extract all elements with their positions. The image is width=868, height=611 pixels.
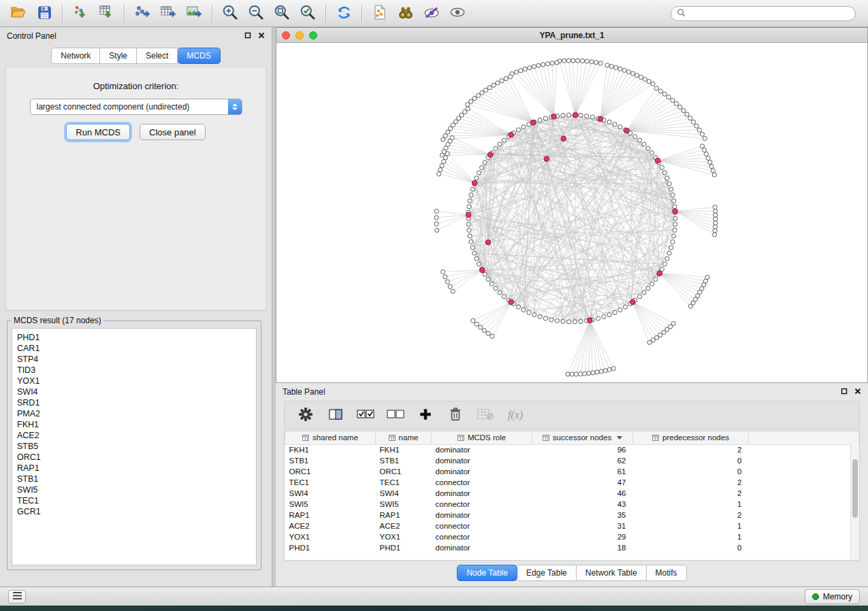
table-settings-button[interactable] bbox=[297, 406, 315, 424]
run-mcds-button[interactable]: Run MCDS bbox=[66, 124, 130, 140]
table-cell[interactable]: 29 bbox=[532, 531, 633, 542]
column-header-successor-nodes[interactable]: successor nodes bbox=[532, 431, 633, 444]
network-graph[interactable] bbox=[276, 43, 867, 382]
select-all-button[interactable] bbox=[357, 406, 374, 424]
mcds-result-item[interactable]: YOX1 bbox=[17, 376, 251, 386]
table-cell[interactable]: ACE2 bbox=[376, 521, 432, 531]
mcds-result-item[interactable]: STP4 bbox=[17, 354, 251, 365]
table-row[interactable]: FKH1FKH1dominator962 bbox=[285, 444, 859, 455]
table-cell[interactable]: STB1 bbox=[376, 455, 432, 466]
window-maximize-icon[interactable] bbox=[309, 31, 317, 39]
table-cell[interactable]: connector bbox=[432, 477, 532, 488]
mcds-result-item[interactable]: SWI4 bbox=[17, 386, 251, 397]
deselect-all-button[interactable] bbox=[387, 406, 404, 424]
table-cell[interactable]: 1 bbox=[633, 531, 749, 542]
mcds-result-item[interactable]: CAR1 bbox=[17, 343, 251, 354]
delete-row-button[interactable] bbox=[447, 406, 464, 424]
table-cell[interactable]: dominator bbox=[432, 466, 532, 477]
table-cell[interactable]: 2 bbox=[633, 510, 749, 521]
table-cell[interactable]: 61 bbox=[532, 466, 633, 477]
mcds-result-list[interactable]: PHD1CAR1STP4TID3YOX1SWI4SRD1PMA2FKH1ACE2… bbox=[12, 328, 257, 565]
table-scrollbar[interactable] bbox=[850, 444, 859, 560]
status-menu-button[interactable] bbox=[8, 590, 26, 604]
table-cell[interactable]: PHD1 bbox=[376, 542, 432, 553]
float-panel-icon[interactable] bbox=[841, 387, 848, 397]
table-cell[interactable]: STB1 bbox=[285, 455, 376, 466]
add-row-button[interactable] bbox=[417, 406, 434, 424]
table-row[interactable]: STB1STB1dominator620 bbox=[285, 455, 859, 466]
table-cell[interactable]: dominator bbox=[432, 455, 532, 466]
mcds-result-item[interactable]: RAP1 bbox=[17, 463, 251, 474]
export-image-button[interactable] bbox=[181, 3, 207, 24]
import-network-button[interactable] bbox=[67, 3, 93, 24]
mcds-result-item[interactable]: PHD1 bbox=[17, 332, 251, 343]
table-cell[interactable]: TEC1 bbox=[376, 477, 432, 488]
table-cell[interactable]: 18 bbox=[532, 542, 633, 553]
table-row[interactable]: RAP1RAP1dominator352 bbox=[285, 510, 859, 521]
mcds-result-item[interactable]: STB5 bbox=[17, 441, 251, 452]
import-table-button[interactable] bbox=[93, 3, 119, 24]
table-cell[interactable]: FKH1 bbox=[376, 444, 432, 455]
table-cell[interactable]: 2 bbox=[633, 477, 749, 488]
table-cell[interactable]: 47 bbox=[532, 477, 633, 488]
column-header-shared-name[interactable]: shared name bbox=[285, 431, 376, 444]
table-cell[interactable]: ORC1 bbox=[285, 466, 376, 477]
show-hide-button[interactable] bbox=[445, 3, 470, 24]
table-cell[interactable]: dominator bbox=[432, 488, 532, 499]
mcds-result-item[interactable]: SRD1 bbox=[17, 397, 251, 408]
column-header-MCDS-role[interactable]: MCDS role bbox=[432, 431, 532, 444]
mcds-result-item[interactable]: PMA2 bbox=[17, 408, 251, 419]
chevron-down-icon[interactable] bbox=[617, 436, 622, 440]
table-cell[interactable]: 96 bbox=[532, 444, 633, 455]
zoom-in-button[interactable] bbox=[217, 3, 243, 24]
table-cell[interactable]: PHD1 bbox=[285, 542, 376, 553]
table-cell[interactable]: RAP1 bbox=[376, 510, 432, 521]
table-cell[interactable]: ORC1 bbox=[376, 466, 432, 477]
zoom-fit-button[interactable] bbox=[269, 3, 295, 24]
table-cell[interactable]: 1 bbox=[633, 499, 749, 510]
table-cell[interactable]: 0 bbox=[633, 466, 749, 477]
column-header-name[interactable]: name bbox=[376, 431, 432, 444]
save-session-button[interactable] bbox=[31, 3, 57, 24]
table-cell[interactable]: connector bbox=[432, 531, 532, 542]
table-cell[interactable]: SWI4 bbox=[285, 488, 376, 499]
column-header-predecessor-nodes[interactable]: predecessor nodes bbox=[633, 431, 749, 444]
export-network-button[interactable] bbox=[129, 3, 155, 24]
table-cell[interactable]: dominator bbox=[432, 444, 532, 455]
network-file-button[interactable] bbox=[367, 3, 393, 24]
mcds-result-item[interactable]: ORC1 bbox=[17, 452, 251, 463]
table-cell[interactable]: dominator bbox=[432, 510, 532, 521]
table-cell[interactable]: 62 bbox=[532, 455, 633, 466]
table-cell[interactable]: 46 bbox=[532, 488, 633, 499]
tab-style[interactable]: Style bbox=[100, 48, 137, 64]
mcds-result-item[interactable]: GCR1 bbox=[17, 506, 251, 517]
memory-button[interactable]: Memory bbox=[805, 589, 860, 604]
window-minimize-icon[interactable] bbox=[295, 31, 304, 39]
close-panel-button[interactable]: Close panel bbox=[140, 124, 206, 140]
table-row[interactable]: SWI4SWI4dominator462 bbox=[285, 488, 859, 499]
table-cell[interactable]: connector bbox=[432, 499, 532, 510]
table-cell[interactable]: TEC1 bbox=[285, 477, 376, 488]
refresh-button[interactable] bbox=[331, 3, 357, 24]
tab-edge-table[interactable]: Edge Table bbox=[517, 565, 577, 581]
table-cell[interactable]: SWI5 bbox=[376, 499, 432, 510]
network-search-box[interactable] bbox=[671, 6, 856, 21]
network-canvas[interactable] bbox=[276, 43, 867, 382]
tab-node-table[interactable]: Node Table bbox=[457, 565, 517, 581]
table-row[interactable]: ORC1ORC1dominator610 bbox=[285, 466, 859, 477]
scrollbar-thumb[interactable] bbox=[852, 459, 858, 518]
table-row[interactable]: TEC1TEC1connector472 bbox=[285, 477, 859, 488]
table-cell[interactable]: YOX1 bbox=[376, 531, 432, 542]
table-row[interactable]: PHD1PHD1dominator180 bbox=[285, 542, 859, 553]
export-table-button[interactable] bbox=[155, 3, 181, 24]
tab-select[interactable]: Select bbox=[137, 48, 178, 64]
table-row[interactable]: YOX1YOX1connector291 bbox=[285, 531, 859, 542]
zoom-selected-button[interactable] bbox=[295, 3, 321, 24]
tab-motifs[interactable]: Motifs bbox=[647, 565, 687, 581]
table-cell[interactable]: SWI5 bbox=[285, 499, 376, 510]
table-cell[interactable]: 2 bbox=[633, 444, 749, 455]
tab-network[interactable]: Network bbox=[51, 48, 100, 64]
table-cell[interactable]: 31 bbox=[532, 521, 633, 531]
mcds-result-item[interactable]: FKH1 bbox=[17, 419, 251, 430]
window-close-icon[interactable] bbox=[282, 31, 290, 39]
